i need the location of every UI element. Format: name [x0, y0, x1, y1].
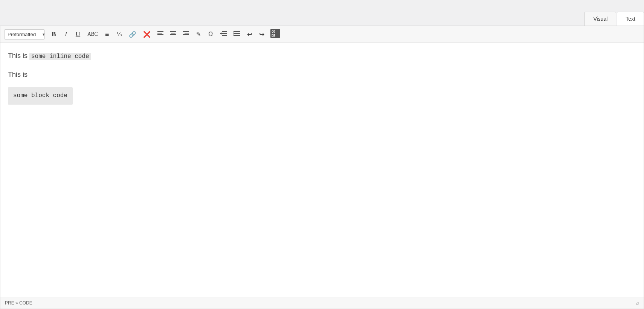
indent-button[interactable] [231, 29, 243, 40]
code-icon: CO DE [270, 29, 281, 40]
eraser-button[interactable]: ✎ [193, 29, 204, 40]
align-left-button[interactable] [155, 29, 166, 40]
align-right-button[interactable] [180, 29, 192, 40]
status-path: PRE » CODE [5, 300, 32, 306]
outdent-icon [220, 31, 227, 38]
code-button[interactable]: CO DE [269, 29, 282, 40]
special-char-button[interactable]: Ω [205, 29, 216, 40]
tab-visual[interactable]: Visual [584, 12, 616, 26]
svg-text:CO: CO [272, 30, 275, 33]
editor-box: Paragraph Heading 1 Heading 2 Heading 3 … [0, 26, 644, 309]
redo-icon: ↪ [259, 30, 264, 38]
indent-icon [233, 31, 240, 38]
status-bar: PRE » CODE ⊿ [0, 297, 644, 309]
svg-marker-19 [233, 32, 235, 35]
link-button[interactable]: 🔗 [126, 29, 139, 40]
paragraph-2: This is [8, 69, 636, 80]
link-icon: 🔗 [129, 31, 136, 38]
underline-icon: U [76, 30, 80, 38]
unlink-icon: ❌ [143, 31, 151, 38]
block-code: some block code [8, 87, 73, 105]
strikethrough-button[interactable]: ABC [85, 29, 100, 40]
unordered-list-icon: ≡ [105, 30, 109, 38]
tab-bar: Visual Text [0, 0, 644, 26]
format-select[interactable]: Paragraph Heading 1 Heading 2 Heading 3 … [4, 29, 45, 40]
ordered-list-button[interactable]: ⅓ [114, 29, 125, 40]
align-center-button[interactable] [168, 29, 179, 40]
unordered-list-button[interactable]: ≡ [102, 29, 112, 40]
bold-button[interactable]: B [49, 29, 59, 40]
paragraph-2-text: This is [8, 71, 27, 78]
special-char-icon: Ω [208, 31, 213, 38]
italic-button[interactable]: I [61, 29, 71, 40]
svg-text:DE: DE [272, 34, 275, 38]
resize-handle[interactable]: ⊿ [635, 300, 639, 306]
editor-wrapper: Visual Text Paragraph Heading 1 Heading … [0, 0, 644, 309]
editor-content[interactable]: This is some inline code This is some bl… [0, 43, 644, 297]
paragraph-1-text: This is [8, 52, 29, 59]
italic-icon: I [65, 30, 67, 38]
paragraph-1: This is some inline code [8, 50, 636, 62]
undo-button[interactable]: ↩ [244, 29, 255, 40]
format-select-wrapper[interactable]: Paragraph Heading 1 Heading 2 Heading 3 … [4, 29, 47, 40]
tab-text[interactable]: Text [617, 12, 644, 26]
toolbar: Paragraph Heading 1 Heading 2 Heading 3 … [0, 26, 644, 43]
eraser-icon: ✎ [196, 31, 201, 38]
bold-icon: B [52, 30, 56, 38]
align-right-icon [183, 31, 189, 38]
undo-icon: ↩ [247, 30, 252, 38]
outdent-button[interactable] [217, 29, 229, 40]
unlink-button[interactable]: ❌ [140, 29, 153, 40]
strikethrough-icon: ABC [87, 31, 98, 37]
inline-code: some inline code [29, 53, 91, 60]
align-center-icon [170, 31, 176, 38]
align-left-icon [157, 31, 163, 38]
block-code-wrapper: some block code [8, 87, 636, 105]
underline-button[interactable]: U [73, 29, 83, 40]
ordered-list-icon: ⅓ [116, 31, 122, 38]
redo-button[interactable]: ↪ [256, 29, 267, 40]
svg-marker-15 [220, 32, 221, 35]
